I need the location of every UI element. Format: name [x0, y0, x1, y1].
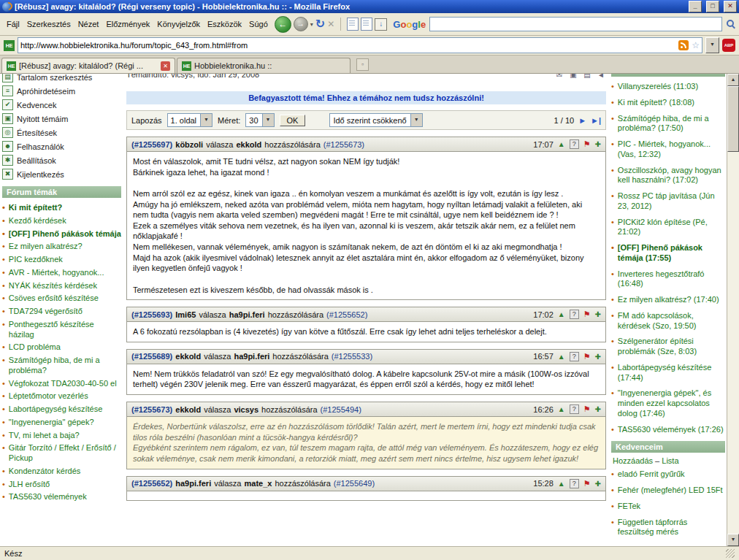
menu-item[interactable]: Eszközök — [204, 18, 245, 31]
quote-reply-icon[interactable]: ✚ — [595, 480, 601, 488]
post-author-link[interactable]: köbzoli — [175, 140, 203, 149]
url-input[interactable] — [20, 41, 675, 50]
report-flag-icon[interactable]: ⚑ — [583, 310, 591, 319]
top-arrow-icon[interactable]: ▲ — [558, 140, 565, 148]
scroll-down-icon[interactable]: ▼ — [727, 534, 739, 546]
browser-tab[interactable]: HE [Rébusz] avagy: kitalálod? (Régi ... … — [1, 58, 175, 73]
google-search-input[interactable] — [429, 17, 722, 31]
next-page-button[interactable]: ► — [578, 116, 586, 125]
help-icon[interactable]: ? — [570, 352, 579, 361]
first-page-icon[interactable]: ◄ — [596, 74, 606, 79]
recent-topic-link[interactable]: • TAS5630 vélemények (17:26) — [611, 423, 725, 437]
forum-topic-link[interactable]: • Léptetőmotor vezérlés — [2, 390, 121, 403]
history-dropdown-icon[interactable]: ▾ — [310, 21, 313, 28]
back-button[interactable]: ← — [275, 16, 291, 33]
post-target-link[interactable]: mate_x — [244, 479, 272, 488]
forum-topic-link[interactable]: • Ponthegesztő készítése házilag — [2, 318, 121, 342]
top-arrow-icon[interactable]: ▲ — [558, 405, 565, 413]
quote-reply-icon[interactable]: ✚ — [595, 353, 601, 361]
open-in-new-tab-icon[interactable] — [347, 18, 359, 31]
size-select[interactable]: 30 ▼ — [245, 113, 274, 127]
url-dropdown-button[interactable]: ▼ — [705, 37, 719, 53]
forum-topic-link[interactable]: • Végfokozat TDA2030-40-50 el — [2, 377, 121, 391]
recent-topic-link[interactable]: • PICKit2 klón építése (Pé, 21:02) — [611, 216, 725, 239]
post-id-link[interactable]: (#1255673) — [131, 405, 172, 414]
help-icon[interactable]: ? — [570, 479, 579, 488]
recent-topic-link[interactable]: • Inverteres hegesztőtrafó (16:48) — [611, 268, 725, 291]
forum-topic-link[interactable]: • Csöves erősítő készítése — [2, 292, 121, 305]
user-menu-item[interactable]: ☻ Felhasználók — [2, 139, 121, 153]
forum-topic-link[interactable]: • Ez milyen alkatrész? — [2, 240, 121, 253]
post-id-link[interactable]: (#1255697) — [131, 140, 172, 149]
ok-button[interactable]: OK — [280, 115, 306, 126]
top-arrow-icon[interactable]: ▲ — [558, 353, 565, 361]
recent-topic-link[interactable]: • Ki mit épített? (18:08) — [611, 96, 725, 110]
favorites-add-link[interactable]: Hozzáadás — [613, 456, 653, 465]
post-id-link[interactable]: (#1255689) — [131, 352, 172, 361]
quote-reply-icon[interactable]: ✚ — [595, 405, 601, 413]
forum-topic-link[interactable]: • Gitár Torzító / Effekt / Erősítő / Pic… — [2, 442, 121, 465]
top-arrow-icon[interactable]: ▲ — [558, 480, 565, 488]
download-manager-icon[interactable]: ↓ — [375, 18, 387, 31]
post-target-link[interactable]: ekkold — [236, 140, 261, 149]
forum-topic-link[interactable]: • Ki mit épített? — [2, 202, 121, 215]
top-arrow-icon[interactable]: ▲ — [558, 310, 565, 318]
user-menu-item[interactable]: ≡ Apróhirdetéseim — [2, 84, 121, 98]
forum-topic-link[interactable]: • Kondenzátor kérdés — [2, 465, 121, 478]
minimize-button[interactable]: _ — [689, 1, 702, 12]
recent-topic-link[interactable]: • Rossz PC táp javítása (Jún 23, 2012) — [611, 190, 725, 213]
user-menu-item[interactable]: ◎ Értesítések — [2, 126, 121, 139]
quote-reply-icon[interactable]: ✚ — [595, 310, 601, 318]
user-menu-item[interactable]: ▤ Tartalom szerkesztés — [2, 74, 121, 84]
stop-button[interactable]: ✕ — [327, 19, 334, 29]
post-ref-link[interactable]: (#1255533) — [332, 352, 372, 361]
quote-reply-icon[interactable]: ✚ — [595, 140, 601, 148]
close-button[interactable]: ✕ — [724, 1, 737, 12]
forum-topic-link[interactable]: • "Ingyenenergia" gépek? — [2, 416, 121, 429]
forum-topic-link[interactable]: • TV, mi lehet a baja? — [2, 429, 121, 442]
scrollbar-thumb[interactable] — [727, 86, 739, 152]
forum-topic-link[interactable]: • TDA7294 végerősítő — [2, 305, 121, 318]
report-flag-icon[interactable]: ⚑ — [583, 139, 591, 149]
resize-grip[interactable] — [726, 549, 735, 558]
forum-topic-link[interactable]: • Számítógép hiba, de mi a probléma? — [2, 354, 121, 377]
post-target-link[interactable]: ha9pi.feri — [234, 352, 269, 361]
scroll-up-icon[interactable]: ▲ — [727, 74, 739, 86]
favorite-link[interactable]: • eladó Ferrit gyűrűk — [611, 468, 725, 481]
favorites-list-link[interactable]: Lista — [662, 456, 678, 465]
mail-icon[interactable]: ✉ — [554, 74, 564, 79]
adblock-icon[interactable]: ABP — [722, 39, 735, 52]
menu-item[interactable]: Előzmények — [102, 18, 153, 31]
menu-item[interactable]: Nézet — [74, 18, 103, 31]
recent-topic-link[interactable]: • [OFF] Pihenő pákások témája (17:55) — [611, 242, 725, 265]
menu-item[interactable]: Fájl — [3, 18, 23, 31]
user-menu-item[interactable]: ✖ Kijelentkezés — [2, 167, 121, 181]
favorite-link[interactable]: • FETek — [611, 500, 725, 513]
recent-topic-link[interactable]: • Számítógép hiba, de mi a probléma? (17… — [611, 112, 725, 136]
recent-topic-link[interactable]: • "Ingyenenergia gépek", és minden ezzel… — [611, 387, 725, 420]
menu-item[interactable]: Súgó — [245, 18, 272, 31]
bookmark-star-icon[interactable]: ☆ — [692, 41, 700, 50]
post-author-link[interactable]: ha9pi.feri — [175, 479, 211, 488]
forum-topic-link[interactable]: • PIC kezdőknek — [2, 253, 121, 266]
forward-button[interactable]: → — [294, 17, 308, 31]
favorite-link[interactable]: • Független tápforrás feszültség mérés — [611, 516, 725, 540]
post-id-link[interactable]: (#1255693) — [131, 310, 172, 319]
post-target-link[interactable]: vicsys — [234, 405, 259, 414]
post-id-link[interactable]: (#1255652) — [131, 479, 172, 488]
help-icon[interactable]: ? — [570, 310, 579, 319]
page-select[interactable]: 1. oldal ▼ — [167, 113, 212, 127]
forum-topic-link[interactable]: • Labortápegység készítése — [2, 403, 121, 416]
menu-item[interactable]: Könyvjelzők — [153, 18, 204, 31]
recent-topic-link[interactable]: • FM adó kapcsolások, kérdések (Szo, 19:… — [611, 310, 725, 333]
reload-button[interactable]: ↻ — [315, 18, 325, 30]
post-author-link[interactable]: ekkold — [175, 405, 201, 414]
menu-item[interactable]: Szerkesztés — [23, 18, 74, 31]
browser-tab[interactable]: HE Hobbielektronika.hu :: ✕ — [177, 58, 351, 73]
rss-icon[interactable] — [678, 40, 689, 50]
tab-close-button[interactable]: ✕ — [161, 61, 170, 71]
favorite-link[interactable]: • Fehér (melegfehér) LED 15Ft — [611, 484, 725, 497]
user-menu-item[interactable]: ✔ Kedvencek — [2, 98, 121, 112]
post-author-link[interactable]: ekkold — [175, 352, 201, 361]
report-flag-icon[interactable]: ⚑ — [583, 479, 591, 488]
